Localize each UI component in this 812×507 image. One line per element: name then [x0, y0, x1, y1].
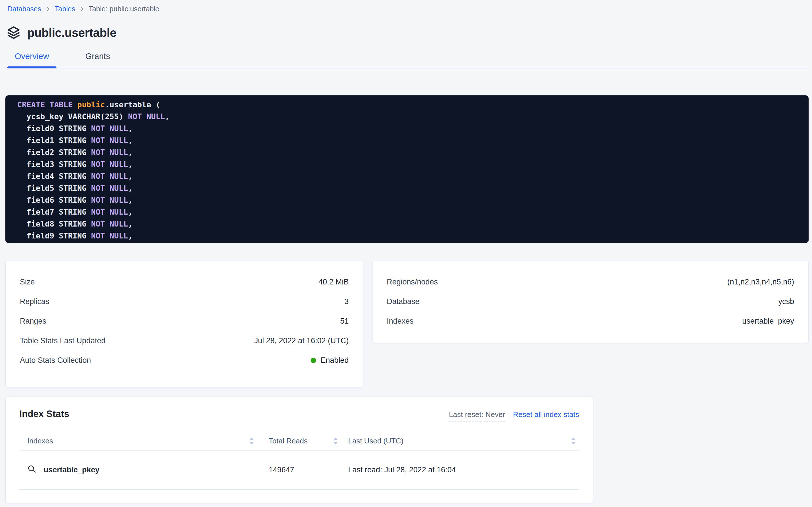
stat-value: 51 [340, 317, 349, 326]
index-name-cell: usertable_pkey [19, 464, 258, 475]
layers-icon [7, 25, 20, 40]
index-name: usertable_pkey [44, 465, 100, 474]
tab-overview[interactable]: Overview [7, 52, 56, 68]
stat-row-replicas: Replicas 3 [20, 292, 349, 312]
page-header: public.usertable [7, 25, 812, 40]
tab-grants[interactable]: Grants [78, 52, 117, 68]
reset-index-stats-link[interactable]: Reset all index stats [513, 410, 579, 419]
chevron-right-icon: › [80, 5, 83, 13]
column-label: Total Reads [269, 437, 308, 445]
sort-icon[interactable] [571, 438, 576, 445]
stat-label: Table Stats Last Updated [20, 336, 106, 345]
stat-value: Enabled [311, 356, 349, 365]
stat-label: Auto Stats Collection [20, 356, 91, 365]
index-stats-card: Index Stats Last reset: Never Reset all … [5, 396, 593, 503]
status-text: Enabled [321, 356, 349, 365]
stat-row-indexes: Indexes usertable_pkey [387, 312, 794, 331]
overview-cards: Size 40.2 MiB Replicas 3 Ranges 51 Table… [5, 261, 812, 387]
stat-row-ranges: Ranges 51 [20, 312, 349, 331]
stat-label: Ranges [20, 317, 46, 326]
breadcrumb: Databases › Tables › Table: public.usert… [0, 0, 812, 13]
stat-value: 40.2 MiB [318, 278, 349, 286]
stat-label: Indexes [387, 317, 414, 326]
tabs-bar: Overview Grants [5, 52, 809, 68]
stat-label: Regions/nodes [387, 278, 438, 286]
sort-icon[interactable] [249, 438, 254, 445]
sort-icon[interactable] [333, 438, 338, 445]
stat-row-auto-stats: Auto Stats Collection Enabled [20, 351, 349, 370]
breadcrumb-current: Table: public.usertable [88, 5, 159, 13]
sql-code: CREATE TABLE public.usertable ( ycsb_key… [17, 99, 809, 242]
stat-row-stats-updated: Table Stats Last Updated Jul 28, 2022 at… [20, 331, 349, 351]
breadcrumb-link-databases[interactable]: Databases [7, 5, 42, 13]
column-header-indexes[interactable]: Indexes [19, 432, 258, 450]
page-title: public.usertable [27, 26, 116, 40]
column-label: Last Used (UTC) [348, 437, 403, 445]
stat-value: Jul 28, 2022 at 16:02 (UTC) [254, 336, 349, 345]
column-label: Indexes [27, 437, 53, 445]
table-header-row: Indexes Total Reads Last Used (UTC) [19, 432, 579, 451]
stat-value: ycsb [778, 297, 794, 306]
index-stats-controls: Last reset: Never Reset all index stats [449, 410, 579, 422]
stat-row-size: Size 40.2 MiB [20, 272, 349, 292]
stat-value: (n1,n2,n3,n4,n5,n6) [727, 278, 794, 286]
index-stats-title: Index Stats [19, 408, 69, 419]
column-header-total-reads[interactable]: Total Reads [258, 432, 338, 450]
status-dot-green [311, 358, 316, 363]
last-used-cell: Last read: Jul 28, 2022 at 16:04 [338, 465, 579, 474]
table-row: usertable_pkey 149647 Last read: Jul 28,… [19, 451, 579, 490]
total-reads-cell: 149647 [258, 465, 338, 474]
stat-label: Replicas [20, 297, 49, 306]
stat-label: Size [20, 278, 35, 286]
create-table-statement[interactable]: CREATE TABLE public.usertable ( ycsb_key… [5, 95, 809, 243]
index-stats-table: Indexes Total Reads Last Used (UTC) [19, 432, 579, 490]
table-details-page: Databases › Tables › Table: public.usert… [0, 0, 812, 503]
index-stats-header: Index Stats Last reset: Never Reset all … [19, 408, 579, 422]
column-header-last-used[interactable]: Last Used (UTC) [338, 432, 579, 450]
table-topology-card: Regions/nodes (n1,n2,n3,n4,n5,n6) Databa… [372, 261, 809, 343]
breadcrumb-link-tables[interactable]: Tables [55, 5, 75, 13]
chevron-right-icon: › [47, 5, 50, 13]
stat-row-database: Database ycsb [387, 292, 794, 312]
stat-label: Database [387, 297, 420, 306]
stat-value: 3 [345, 297, 349, 306]
search-icon [27, 464, 36, 475]
last-reset-label[interactable]: Last reset: Never [449, 410, 505, 422]
stat-value: usertable_pkey [742, 317, 794, 326]
stat-row-regions: Regions/nodes (n1,n2,n3,n4,n5,n6) [387, 272, 794, 292]
table-stats-card: Size 40.2 MiB Replicas 3 Ranges 51 Table… [5, 261, 363, 387]
